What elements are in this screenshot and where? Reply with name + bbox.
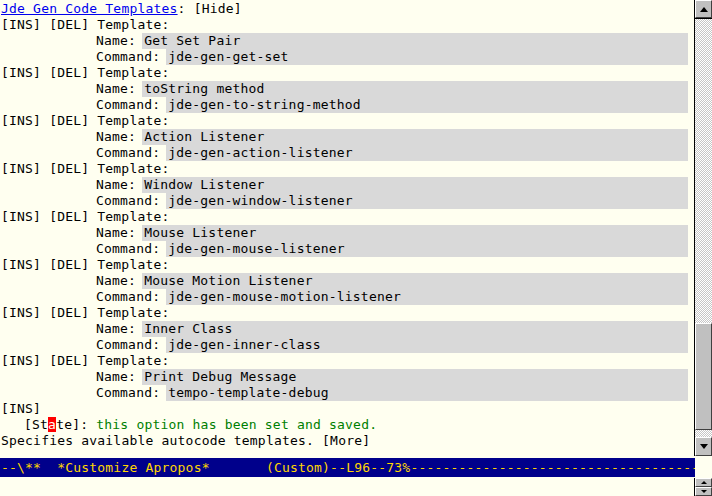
ins-button[interactable]: [INS] <box>1 17 41 33</box>
more-button[interactable]: [More] <box>322 433 370 449</box>
name-row: Name:Print Debug Message <box>1 369 694 385</box>
template-entry: [INS][DEL]Template:Name:Action ListenerC… <box>1 113 694 161</box>
command-row: Command:jde-gen-to-string-method <box>1 97 694 113</box>
doc-line: Specifies available autocode templates. … <box>1 433 694 449</box>
ins-button[interactable]: [INS] <box>1 257 41 273</box>
name-label: Name: <box>96 177 136 193</box>
template-label: Template: <box>97 257 169 273</box>
ins-button[interactable]: [INS] <box>1 113 41 129</box>
command-field[interactable]: jde-gen-get-set <box>166 49 688 65</box>
template-entry: [INS][DEL]Template:Name:toString methodC… <box>1 65 694 113</box>
template-header-row: [INS][DEL]Template: <box>1 305 694 321</box>
del-button[interactable]: [DEL] <box>49 305 89 321</box>
command-row: Command:jde-gen-mouse-motion-listener <box>1 289 694 305</box>
template-entry: [INS][DEL]Template:Name:Mouse Motion Lis… <box>1 257 694 305</box>
name-field[interactable]: Window Listener <box>142 177 688 193</box>
name-row: Name:Inner Class <box>1 321 694 337</box>
scroll-down-button[interactable] <box>695 437 712 456</box>
minibuffer[interactable] <box>0 477 694 496</box>
state-button-prefix: [St <box>24 417 48 432</box>
name-field[interactable]: Inner Class <box>142 321 688 337</box>
command-field[interactable]: jde-gen-action-listener <box>166 145 688 161</box>
del-button[interactable]: [DEL] <box>49 353 89 369</box>
hide-button[interactable]: [Hide] <box>194 1 242 17</box>
name-label: Name: <box>96 81 136 97</box>
command-label: Command: <box>96 289 160 305</box>
ins-button[interactable]: [INS] <box>1 161 41 177</box>
minibuffer-scroll-up-button[interactable] <box>695 478 712 487</box>
state-button-suffix: te]: <box>56 417 96 432</box>
modeline-flags: --\** <box>1 460 57 476</box>
emacs-frame: Jde Gen Code Templates: [Hide] [INS][DEL… <box>0 0 712 496</box>
minibuffer-scrollbar[interactable] <box>694 478 712 496</box>
template-label: Template: <box>97 353 169 369</box>
scrollbar-thumb[interactable] <box>695 323 712 430</box>
command-field[interactable]: jde-gen-window-listener <box>166 193 688 209</box>
name-label: Name: <box>96 273 136 289</box>
name-label: Name: <box>96 225 136 241</box>
template-label: Template: <box>97 17 169 33</box>
template-label: Template: <box>97 305 169 321</box>
ins-button[interactable]: [INS] <box>1 305 41 321</box>
minibuffer-scroll-down-button[interactable] <box>695 487 712 496</box>
command-label: Command: <box>96 145 160 161</box>
command-row: Command:jde-gen-get-set <box>1 49 694 65</box>
command-field[interactable]: jde-gen-mouse-motion-listener <box>166 289 688 305</box>
del-button[interactable]: [DEL] <box>49 65 89 81</box>
command-row: Command:jde-gen-window-listener <box>1 193 694 209</box>
command-field[interactable]: jde-gen-to-string-method <box>166 97 688 113</box>
customize-buffer: Jde Gen Code Templates: [Hide] [INS][DEL… <box>1 1 694 449</box>
command-label: Command: <box>96 337 160 353</box>
command-field[interactable]: tempo-template-debug <box>166 385 688 401</box>
name-field[interactable]: Get Set Pair <box>142 33 688 49</box>
template-entry: [INS][DEL]Template:Name:Mouse ListenerCo… <box>1 209 694 257</box>
template-header-row: [INS][DEL]Template: <box>1 161 694 177</box>
ins-button[interactable]: [INS] <box>1 353 41 369</box>
name-row: Name:Mouse Listener <box>1 225 694 241</box>
header-line: Jde Gen Code Templates: [Hide] <box>1 1 694 17</box>
text-cursor: a <box>48 417 56 432</box>
command-row: Command:tempo-template-debug <box>1 385 694 401</box>
insert-button[interactable]: [INS] <box>1 401 41 417</box>
template-label: Template: <box>97 161 169 177</box>
modeline-buffer-name: *Customize Apropos* <box>57 460 210 476</box>
vertical-scrollbar[interactable] <box>694 0 712 456</box>
group-title-link[interactable]: Jde Gen Code Templates <box>1 1 178 17</box>
del-button[interactable]: [DEL] <box>49 17 89 33</box>
name-field[interactable]: Action Listener <box>142 129 688 145</box>
ins-button[interactable]: [INS] <box>1 65 41 81</box>
state-button[interactable]: [State]: <box>24 417 96 433</box>
del-button[interactable]: [DEL] <box>49 257 89 273</box>
ins-button[interactable]: [INS] <box>1 209 41 225</box>
template-entry: [INS][DEL]Template:Name:Get Set PairComm… <box>1 17 694 65</box>
del-button[interactable]: [DEL] <box>49 113 89 129</box>
command-field[interactable]: jde-gen-mouse-listener <box>166 241 688 257</box>
state-message: this option has been set and saved. <box>96 417 377 433</box>
name-field[interactable]: toString method <box>142 81 688 97</box>
name-row: Name:Get Set Pair <box>1 33 694 49</box>
template-list: [INS][DEL]Template:Name:Get Set PairComm… <box>1 17 694 401</box>
doc-text: Specifies available autocode templates. <box>1 433 322 449</box>
name-field[interactable]: Print Debug Message <box>142 369 688 385</box>
command-label: Command: <box>96 49 160 65</box>
template-entry: [INS][DEL]Template:Name:Window ListenerC… <box>1 161 694 209</box>
command-label: Command: <box>96 97 160 113</box>
arrow-up-icon <box>700 7 708 12</box>
template-header-row: [INS][DEL]Template: <box>1 17 694 33</box>
modeline-fill: ------------------------------------ <box>410 460 695 476</box>
template-header-row: [INS][DEL]Template: <box>1 353 694 369</box>
command-label: Command: <box>96 193 160 209</box>
name-label: Name: <box>96 129 136 145</box>
command-row: Command:jde-gen-action-listener <box>1 145 694 161</box>
name-field[interactable]: Mouse Listener <box>142 225 688 241</box>
name-field[interactable]: Mouse Motion Listener <box>142 273 688 289</box>
scroll-up-button[interactable] <box>695 0 712 18</box>
header-separator: : <box>178 1 194 17</box>
del-button[interactable]: [DEL] <box>49 209 89 225</box>
command-field[interactable]: jde-gen-inner-class <box>166 337 688 353</box>
insert-line: [INS] <box>1 401 694 417</box>
command-label: Command: <box>96 385 160 401</box>
arrow-down-icon <box>701 490 707 493</box>
del-button[interactable]: [DEL] <box>49 161 89 177</box>
template-label: Template: <box>97 209 169 225</box>
